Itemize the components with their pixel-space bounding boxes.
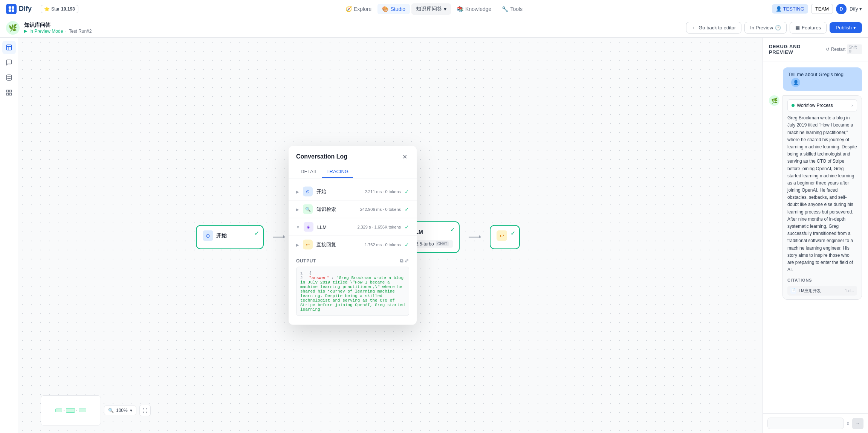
code-line-1: 1 { (300, 271, 405, 276)
nav-studio[interactable]: 🎨 Studio (377, 4, 410, 14)
svg-rect-9 (6, 93, 8, 95)
go-back-button[interactable]: ← Go back to editor (686, 22, 741, 34)
in-preview-button[interactable]: In Preview 🕐 (744, 22, 787, 34)
avatar[interactable]: D (836, 4, 847, 14)
conv-tabs: DETAIL TRACING (289, 166, 417, 178)
app-status: ▶ In Preview Mode · Test Run#2 (24, 29, 92, 34)
clock-icon: 🕐 (775, 25, 781, 30)
expand-icon[interactable]: ⤢ (405, 258, 409, 264)
nav-explore[interactable]: 🧭 Explore (341, 4, 376, 14)
mini-map-node-2 (66, 408, 75, 413)
success-dot (792, 104, 795, 107)
book-icon: 📚 (457, 6, 463, 12)
sidebar-item-layout[interactable] (2, 41, 16, 54)
copy-icon[interactable]: ⧉ (400, 258, 403, 264)
trace-success-reply: ✓ (405, 242, 409, 248)
trace-success-knowledge: ✓ (405, 206, 409, 212)
close-conv-log-button[interactable]: ✕ (400, 152, 409, 161)
github-icon: ⭐ (44, 6, 50, 12)
publish-button[interactable]: Publish ▾ (830, 22, 862, 33)
debug-title: DEBUG AND PREVIEW (769, 44, 826, 55)
nav-app-dropdown[interactable]: 知识库问答 ▾ (411, 3, 451, 15)
trace-icon-knowledge: 🔍 (303, 204, 313, 214)
trace-item-reply[interactable]: ▶ ↩ 直接回复 1.762 ms · 0 tokens ✓ (289, 236, 417, 253)
bot-content: Workflow Process › Greg Brockman wrote a… (782, 95, 862, 300)
arrow-1 (273, 236, 285, 237)
user-menu[interactable]: Dify ▾ (850, 6, 862, 12)
trace-icon-start: ⊙ (303, 187, 313, 197)
logo-icon (6, 4, 17, 14)
sidebar-item-messages[interactable] (2, 56, 16, 69)
node-reply-check: ✓ (510, 229, 515, 236)
tab-detail[interactable]: DETAIL (296, 166, 322, 178)
conversation-log-modal: Conversation Log ✕ DETAIL TRACING ▶ ⊙ 开始… (289, 146, 417, 325)
team-button[interactable]: TEAM (811, 4, 833, 14)
svg-rect-4 (6, 45, 12, 50)
node-reply[interactable]: ↩ ✓ (490, 225, 520, 249)
nav-knowledge[interactable]: 📚 Knowledge (452, 4, 496, 14)
svg-rect-7 (9, 90, 11, 92)
trace-label-knowledge: 知识检索 (316, 206, 356, 213)
trace-meta-llm: 2.329 s · 1.656K tokens (357, 225, 401, 229)
workflow-process-bar[interactable]: Workflow Process › (787, 99, 857, 111)
bot-response-text: Greg Brockman wrote a blog in July 2019 … (787, 114, 857, 273)
restart-shortcut: Shift R (847, 44, 862, 54)
features-button[interactable]: ▦ Features (790, 22, 827, 34)
svg-rect-3 (12, 9, 14, 11)
conv-log-title: Conversation Log (296, 153, 347, 160)
arrow-3 (469, 236, 481, 237)
restart-icon: ↺ (826, 47, 830, 52)
compass-icon: 🧭 (345, 6, 352, 12)
canvas-bottom-controls: 🔍 100% ▾ (41, 395, 151, 425)
studio-icon: 🎨 (382, 6, 388, 12)
trace-item-knowledge[interactable]: ▶ 🔍 知识检索 242.906 ms · 0 tokens ✓ (289, 201, 417, 218)
svg-rect-6 (6, 90, 8, 92)
node-start[interactable]: ⊙ 开始 ✓ (196, 225, 264, 249)
mini-map[interactable] (41, 395, 101, 425)
fit-button[interactable] (139, 405, 151, 416)
restart-button[interactable]: ↺ Restart Shift R (826, 44, 862, 54)
citation-doc-icon: 📄 (790, 288, 796, 294)
nav-tools[interactable]: 🔧 Tools (497, 4, 527, 14)
trace-item-llm[interactable]: ▼ ◈ LLM 2.329 s · 1.656K tokens ✓ (289, 218, 417, 236)
app-info: 知识库问答 ▶ In Preview Mode · Test Run#2 (24, 22, 92, 34)
person-icon: 👤 (776, 6, 782, 12)
conv-body: ▶ ⊙ 开始 2.211 ms · 0 tokens ✓ ▶ 🔍 知识检索 24… (289, 178, 417, 325)
user-message: Tell me about Greg's blog 👤 (783, 67, 862, 91)
nav-center: 🧭 Explore 🎨 Studio 知识库问答 ▾ 📚 Knowledge 🔧… (341, 3, 527, 15)
chevron-icon-2: ▶ (296, 207, 299, 211)
logo-text: Dify (19, 5, 32, 13)
zoom-indicator[interactable]: 🔍 100% ▾ (104, 406, 136, 415)
debug-header: DEBUG AND PREVIEW ↺ Restart Shift R (763, 38, 868, 61)
mini-map-node-3 (79, 409, 86, 412)
svg-rect-1 (12, 6, 14, 8)
trace-item-start[interactable]: ▶ ⊙ 开始 2.211 ms · 0 tokens ✓ (289, 183, 417, 200)
trace-meta-start: 2.211 ms · 0 tokens (365, 189, 401, 194)
sidebar-item-database[interactable] (2, 71, 16, 84)
chevron-icon: ▶ (296, 189, 299, 194)
chevron-icon-4: ▶ (296, 242, 299, 247)
debug-input-field[interactable] (767, 418, 844, 429)
process-chevron-icon: › (851, 102, 853, 109)
citation-item[interactable]: 📄 LM应用开发 1.d... (787, 286, 857, 296)
svg-rect-2 (9, 9, 11, 11)
send-button[interactable]: → (852, 418, 863, 429)
trace-label-llm: LLM (317, 224, 354, 230)
sidebar-item-grid[interactable] (2, 86, 16, 99)
citations-title: CITATIONS (787, 277, 857, 284)
second-bar: 🌿 知识库问答 ▶ In Preview Mode · Test Run#2 ←… (0, 18, 868, 38)
github-star-button[interactable]: ⭐ Star 19,193 (41, 5, 78, 13)
tab-tracing[interactable]: TRACING (322, 166, 353, 178)
svg-rect-8 (9, 93, 11, 95)
grid-icon: ▦ (795, 25, 800, 30)
logo-area[interactable]: Dify (6, 4, 32, 14)
user-avatar-inline: 👤 (791, 78, 800, 87)
char-count: 0 (847, 421, 849, 426)
testing-button[interactable]: 👤 TESTING (772, 4, 808, 14)
node-start-label: 开始 (216, 232, 227, 239)
citations-section: CITATIONS 📄 LM应用开发 1.d... (787, 277, 857, 296)
canvas-area[interactable]: ⊙ 开始 ✓ 🔍 知识检索 ✓ LM应用开发 (18, 38, 763, 433)
svg-point-5 (6, 75, 12, 77)
node-start-check: ✓ (254, 229, 259, 236)
debug-input-area: 0 → (763, 413, 868, 433)
